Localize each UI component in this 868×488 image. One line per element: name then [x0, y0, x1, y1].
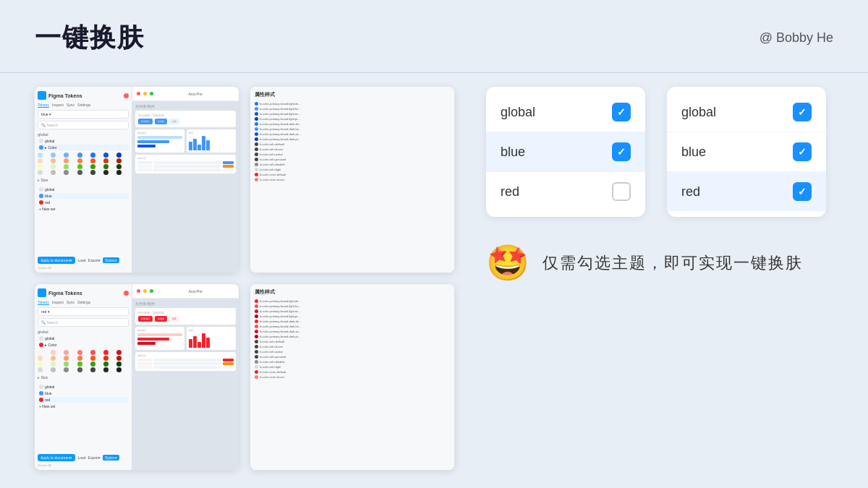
screenshot-bottom-left: Figma Tokens Tokens Inspect Sync Setting…	[35, 284, 239, 470]
ft-theme-selector[interactable]: blue ▾	[38, 110, 129, 119]
token-item: lc-color-info-hover	[255, 344, 450, 349]
token-item: lc-color-info-pressed	[255, 157, 450, 162]
checkbox-global-1[interactable]	[612, 103, 631, 121]
checkbox-row-red-2: red	[667, 172, 826, 211]
token-item: lc-color-primary-brand-dark-pr...	[255, 334, 450, 339]
ft-tab-tokens[interactable]: Tokens	[38, 103, 49, 108]
ft-tabs-bl: Tokens Inspect Sync Settings	[38, 300, 129, 305]
checkbox-blue-2[interactable]	[793, 142, 812, 161]
token-panel-title-br: 属性样式	[255, 288, 450, 296]
token-item: lc-color-primary-brand-light-ho...	[255, 106, 450, 111]
token-item: lc-color-error-default	[255, 369, 450, 374]
ft-title-bl: Figma Tokens	[48, 291, 82, 296]
figma-tokens-panel-top-left: Figma Tokens Tokens Inspect Sync Setting…	[35, 87, 132, 273]
checkbox-label-red-1: red	[501, 184, 519, 200]
ft-section-size-bl: ▸ Size	[38, 375, 129, 380]
checkbox-group-1: global blue red	[486, 87, 645, 217]
token-item: lc-color-info-default	[255, 339, 450, 344]
ft-item-dot	[39, 139, 43, 143]
token-item: lc-color-info-active	[255, 152, 450, 157]
token-item: lc-color-info-default	[255, 142, 450, 147]
checkbox-groups: global blue red global blue r	[486, 87, 833, 217]
ft-tab-inspect[interactable]: Inspect	[52, 103, 64, 108]
ft-tab-settings[interactable]: Settings	[77, 103, 90, 108]
header-divider	[0, 72, 868, 73]
canvas-title-bl: Arco Pro	[188, 289, 202, 294]
ft-close-btn[interactable]	[124, 93, 129, 98]
canvas-topbar-tl: Arco Pro	[132, 87, 239, 101]
ft-item-blue-bl[interactable]: blue	[38, 390, 129, 396]
token-item: lc-color-info-pressed	[255, 354, 450, 359]
token-item: lc-color-primary-brand-dark-ho...	[255, 324, 450, 329]
ft-section-global-bl: global	[38, 330, 129, 334]
ft-tab-sync-bl[interactable]: Sync	[67, 300, 75, 305]
ft-tabs: Tokens Inspect Sync Settings	[38, 103, 129, 108]
ft-item-newset-bl[interactable]: + New set	[38, 403, 129, 409]
ft-item-global-bl[interactable]: global	[38, 335, 129, 341]
checkbox-label-red-2: red	[681, 184, 700, 200]
hint-emoji: 🤩	[486, 246, 529, 281]
token-panel-title-tr: 属性样式	[255, 91, 450, 98]
checkbox-label-global-1: global	[501, 105, 535, 120]
token-item: lc-color-primary-brand-dark-pr...	[255, 137, 450, 142]
ft-selector-value: blue ▾	[41, 112, 51, 116]
ft-tab-settings-bl[interactable]: Settings	[77, 300, 90, 305]
ft-close-bl[interactable]	[124, 291, 129, 296]
checkbox-red-1[interactable]	[612, 182, 631, 201]
ft-item-global[interactable]: global	[38, 138, 129, 144]
ft-apply-btn[interactable]: Apply to document▾	[38, 257, 75, 264]
ft-item-color[interactable]: ▸ Color	[38, 145, 129, 150]
ft-search-bl[interactable]: 🔍 Search	[38, 318, 129, 327]
ft-item-global3-bl[interactable]: global	[38, 384, 129, 390]
checkbox-blue-1[interactable]	[612, 142, 631, 161]
ft-search-input[interactable]: 🔍 Search	[38, 121, 129, 129]
ft-item-red[interactable]: red	[38, 200, 129, 205]
checkbox-group-2: global blue red	[667, 87, 826, 217]
token-item: lc-color-primary-brand-dark-ac...	[255, 132, 450, 137]
canvas-topbar-bl: Arco Pro	[132, 284, 239, 299]
ft-item-global2[interactable]: global	[38, 187, 129, 192]
right-area: global blue red global blue r	[486, 87, 833, 281]
ft-selector-value-bl: red ▾	[41, 309, 50, 314]
ft-tab-tokens-bl[interactable]: Tokens	[38, 300, 49, 305]
token-item: lc-color-primary-brand-light-pr...	[255, 116, 450, 121]
ft-section-size: ▸ Size	[38, 178, 129, 182]
ft-item-newset[interactable]: + New set	[38, 206, 129, 212]
token-list-top-right: lc-color-primary-brand-light-de...lc-col…	[255, 101, 450, 182]
token-item: lc-color-primary-brand-light-ac...	[255, 309, 450, 314]
ft-item-red-bl[interactable]: red	[38, 397, 129, 403]
ft-theme-selector-bl[interactable]: red ▾	[38, 307, 129, 316]
ft-footer: Apply to document▾ Load Export▾ Styles▾ …	[38, 257, 129, 270]
checkbox-global-2[interactable]	[793, 103, 812, 121]
ft-tab-sync[interactable]: Sync	[67, 103, 75, 108]
ft-section-global: global	[38, 132, 129, 137]
token-item: lc-color-info-disable	[255, 359, 450, 364]
ft-item-blue[interactable]: blue	[38, 193, 129, 199]
checkbox-row-global-1: global	[486, 93, 645, 132]
token-item: lc-color-primary-brand-dark-ho...	[255, 127, 450, 132]
token-item: lc-color-primary-brand-dark-de...	[255, 121, 450, 127]
token-item: lc-color-primary-brand-dark-de...	[255, 319, 450, 324]
token-item: lc-color-error-default	[255, 172, 450, 177]
ft-apply-btn-bl[interactable]: Apply to document▾	[38, 454, 75, 461]
ft-version: Version 80	[38, 266, 129, 270]
token-item: lc-color-info-light	[255, 167, 450, 172]
token-item: lc-color-primary-brand-light-de...	[255, 101, 450, 106]
ft-logo-bl	[38, 288, 46, 297]
ft-logo	[38, 91, 46, 100]
token-item: lc-color-info-disable	[255, 162, 450, 167]
ft-tab-inspect-bl[interactable]: Inspect	[52, 300, 64, 305]
ft-item-color-bl[interactable]: ▸ Color	[38, 342, 129, 348]
token-item: lc-color-info-active	[255, 349, 450, 354]
token-item: lc-color-info-light	[255, 364, 450, 369]
token-item: lc-color-primary-brand-dark-ac...	[255, 329, 450, 334]
bottom-hint: 🤩 仅需勾选主题，即可实现一键换肤	[486, 246, 833, 281]
checkbox-red-2[interactable]	[793, 182, 812, 201]
checkbox-row-global-2: global	[667, 93, 826, 132]
token-item: lc-color-primary-brand-light-ho...	[255, 304, 450, 309]
checkbox-label-blue-1: blue	[501, 145, 525, 160]
screenshot-top-left: Figma Tokens Tokens Inspect Sync Setting…	[35, 87, 239, 273]
checkbox-row-red-1: red	[486, 172, 645, 211]
screenshot-top-right: 属性样式 lc-color-primary-brand-light-de...l…	[250, 87, 454, 273]
screenshots-area: Figma Tokens Tokens Inspect Sync Setting…	[35, 87, 454, 470]
